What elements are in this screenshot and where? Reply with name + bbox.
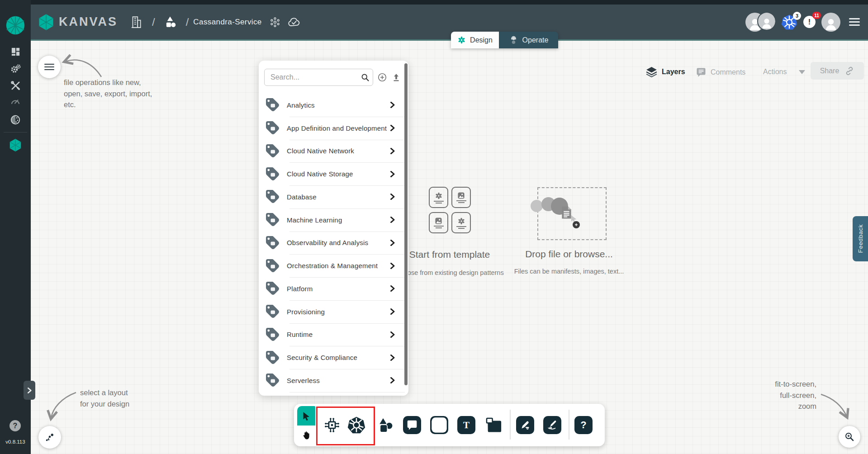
freehand-draw-tool[interactable]: [543, 416, 561, 434]
category-row-machine-learning[interactable]: Machine Learning: [259, 208, 408, 232]
kubernetes-tool[interactable]: [347, 416, 365, 434]
comment-tool[interactable]: [403, 416, 421, 434]
sidebar-expander[interactable]: [24, 381, 35, 400]
help-button[interactable]: ?: [9, 420, 21, 431]
pan-hand-tool[interactable]: [297, 426, 315, 445]
image-icon: [434, 217, 443, 225]
dashboard-icon[interactable]: [0, 47, 31, 57]
notifications-button[interactable]: ! 11: [803, 16, 816, 28]
tag-app-definition-icon: [264, 120, 280, 136]
toolbar-divider: [510, 410, 511, 440]
comments-label: Comments: [711, 68, 745, 76]
upload-icon[interactable]: [391, 72, 401, 82]
category-row-observability[interactable]: Observability and Analysis: [259, 232, 408, 255]
feedback-tab[interactable]: Feedback: [853, 216, 868, 261]
designs-shapes-icon[interactable]: [163, 15, 177, 29]
top-strip: [0, 0, 868, 5]
canvas-menu-button[interactable]: [38, 56, 61, 78]
image-tool[interactable]: [430, 416, 448, 434]
lifecycle-gears-icon[interactable]: [0, 63, 31, 75]
text-tool[interactable]: T: [457, 416, 475, 434]
select-cursor-icon: [301, 411, 311, 421]
zoom-in-icon: [844, 431, 855, 442]
shapes-tool[interactable]: [377, 416, 395, 434]
pen-tool[interactable]: [516, 416, 534, 434]
kanvas-ball-logo-icon[interactable]: [0, 15, 31, 35]
template-card[interactable]: [451, 212, 471, 233]
comment-icon: [406, 419, 418, 431]
sidebar-divider: [4, 132, 27, 132]
template-card[interactable]: [451, 187, 471, 208]
user-avatar[interactable]: [821, 13, 840, 32]
drop-file-title[interactable]: Drop file or browse...: [501, 249, 637, 260]
category-row-orchestration[interactable]: Orchestration & Management: [259, 254, 408, 277]
collaborator-avatar-icon-2[interactable]: [758, 13, 775, 30]
feedback-label: Feedback: [857, 224, 864, 253]
search-icon[interactable]: [360, 73, 370, 82]
design-canvas[interactable]: [31, 41, 868, 454]
category-row-runtime[interactable]: Runtime: [259, 323, 408, 346]
tab-design[interactable]: Design: [451, 32, 499, 48]
file-ops-annotation: file operations like new, open, save, ex…: [64, 77, 152, 110]
layout-select-button[interactable]: [38, 426, 61, 449]
layout-annotation: select a layout for your design: [80, 387, 129, 409]
performance-gauge-icon[interactable]: [0, 96, 31, 107]
category-row-cloud-native-network[interactable]: Cloud Native Network: [259, 140, 408, 163]
collaborators-molecule-icon[interactable]: [269, 16, 281, 28]
category-row-cloud-native-storage[interactable]: Cloud Native Storage: [259, 162, 408, 185]
template-previews[interactable]: [429, 187, 471, 233]
operator-headset-icon: [509, 35, 518, 45]
notes-icon: [485, 416, 502, 434]
freehand-draw-icon: [546, 419, 559, 431]
select-cursor-tool[interactable]: [297, 406, 315, 426]
file-drop-zone[interactable]: [537, 187, 607, 240]
bottom-toolbar: T ?: [294, 404, 605, 446]
comments-icon: [696, 67, 707, 78]
comments-button[interactable]: Comments: [696, 67, 745, 78]
tag-provisioning-icon: [264, 304, 280, 319]
kubernetes-context-button[interactable]: 3: [781, 14, 797, 30]
layers-button[interactable]: Layers: [645, 66, 685, 77]
category-row-security[interactable]: Security & Compliance: [259, 346, 408, 369]
template-card[interactable]: [429, 212, 448, 233]
search-input[interactable]: [264, 69, 373, 86]
collaborator-avatars[interactable]: [745, 13, 775, 32]
drop-deco-circle: [531, 200, 543, 212]
category-row-serverless[interactable]: Serverless: [259, 369, 408, 392]
category-row-platform[interactable]: Platform: [259, 277, 408, 300]
add-circle-icon[interactable]: [377, 72, 387, 82]
tab-operate[interactable]: Operate: [499, 32, 558, 48]
category-row-analytics[interactable]: Analytics: [259, 94, 408, 117]
tab-design-label: Design: [470, 36, 493, 44]
toolbox-icon[interactable]: [0, 80, 31, 91]
chevron-right-icon: [389, 263, 396, 269]
breadcrumb-design-name[interactable]: Cassandra-Service: [193, 18, 261, 27]
component-circuit-tool[interactable]: [323, 416, 341, 434]
chevron-right-icon: [389, 102, 396, 108]
kanvas-active-icon[interactable]: [0, 138, 31, 152]
category-row-partial[interactable]: [259, 392, 408, 396]
tag-platform-icon: [264, 281, 280, 296]
tag-runtime-icon: [264, 327, 280, 342]
actions-dropdown[interactable]: Actions: [763, 68, 805, 76]
zoom-button[interactable]: [839, 426, 860, 448]
tag-storage-icon: [264, 166, 280, 182]
category-row-app-definition[interactable]: App Definition and Development: [259, 117, 408, 140]
extensions-icon[interactable]: [0, 114, 31, 126]
panel-scrollbar[interactable]: [404, 63, 408, 385]
chevron-right-icon: [389, 171, 396, 177]
category-row-database[interactable]: Database: [259, 185, 408, 208]
version-label: v0.8.113: [0, 439, 31, 445]
component-circuit-icon: [323, 416, 341, 434]
notes-tool[interactable]: [484, 416, 503, 434]
breadcrumb-separator: /: [152, 16, 155, 28]
kubernetes-icon: [347, 416, 365, 434]
layers-label: Layers: [662, 68, 685, 76]
share-button[interactable]: Share: [811, 62, 864, 80]
layout-graph-icon: [43, 431, 56, 444]
category-row-provisioning[interactable]: Provisioning: [259, 300, 408, 323]
template-card[interactable]: [429, 187, 448, 208]
help-tool[interactable]: ?: [574, 416, 593, 434]
organization-building-icon[interactable]: [130, 15, 142, 29]
app-menu-icon[interactable]: [849, 16, 860, 28]
